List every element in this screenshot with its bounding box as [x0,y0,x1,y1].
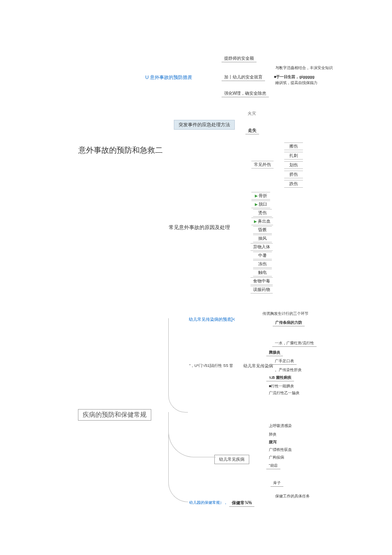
inj-4: 挤伤 [284,171,303,178]
branch-teacher-safety: 提静师的安全额 [222,55,257,62]
dis-5: 广构侯病 [266,454,287,461]
inf-3: 广手足口表 [272,357,297,365]
acc-fracture: 骨折 [251,192,270,200]
root-emergency: 突发事件的应急处理方法 [174,120,235,130]
acc-faint: 昏厥 [253,226,272,234]
inj-3: 划伤 [284,161,303,169]
inf-3links: 传泯胸发生计行的三个环节 [260,310,311,317]
acc-foreign: 异物入体 [251,243,273,251]
acc-wrongmed: 误服药物 [251,286,273,293]
branch-healthcare: 保健常¾% [229,499,254,507]
connector [168,318,188,413]
acc-dislocation: 脱臼 [251,200,270,208]
branch-common-disease: 幼儿常见疾病 [214,455,249,464]
dis-4: 广缥铁性荻血 [266,446,294,453]
inf-4: 。产传染性肝炎 [272,366,304,374]
root-common-accidents: 常见意外事故的原因及处理 [166,223,233,232]
inf-6: ■行性一能腆炎 [266,383,297,390]
common-injuries: 常见外伤 [251,161,274,169]
inf-5: ¾B 菌性痢疾 [266,374,294,381]
acc-nosebleed: 鼻出血 [251,218,273,225]
inf-prevent: 广传条病的力防 [273,319,305,326]
title-accident: 意外事故的预防和急救二 [76,144,165,156]
branch-infectious-prevent: 幼儿常见传染病的预底]< [186,316,238,323]
inf-2: 腾腺炎 [266,349,283,356]
root-prevention: U 意外事故的预防措蔗 [143,73,195,81]
acc-heatstroke: 中暑 [253,252,272,259]
branch-common-infectious: 幼儿常见传染病 [241,362,276,370]
inj-1: 擦伤 [284,142,303,150]
fire: 火灾 [245,110,259,117]
connector [168,412,188,502]
inj-5: 跌伤 [284,180,303,188]
dis-1: 上呼吸渍感染 [266,422,294,430]
lost: 走失 [245,127,259,134]
dis-3: 腹泻 [266,439,279,446]
sub-combine: 与敉字活曲相结合，丰演安全知识 [273,64,335,72]
inf-7: 广流行性乙一脇炎 [266,389,302,397]
sub-training: 緻训筑，提高自找保蹋力 [273,79,320,87]
root-disease: 疾病的预防和保健常规 [78,409,151,421]
acc-spasm: 抽风 [253,235,272,242]
inf-1: 一水，广麋红热'流行性 [272,340,317,347]
dis-2: 肺炎 [266,431,279,438]
branch-common-infectious-pre: "，U*门'√51]说行性 SS 冒 [187,362,236,369]
healthcare-tasks: 保健工作的具体任务 [273,493,312,500]
acc-foodpoison: 食物中毒 [251,277,273,285]
dis-6: "崩齿 [266,462,280,469]
branch-healthcare-pre: 幼儿园的保健常规）， [187,499,230,506]
branch-child-safety-edu: 加丨幼儿的安全就育 [222,73,265,81]
acc-shock: 触电 [253,269,272,276]
dis-8: 庳子 [271,479,283,487]
branch-management: 强化W理，确安全除患 [222,90,269,97]
inj-2: 扎刺 [284,152,303,160]
acc-burn: 烫伤 [253,209,272,217]
acc-frostbite: 冻伤 [253,260,272,268]
